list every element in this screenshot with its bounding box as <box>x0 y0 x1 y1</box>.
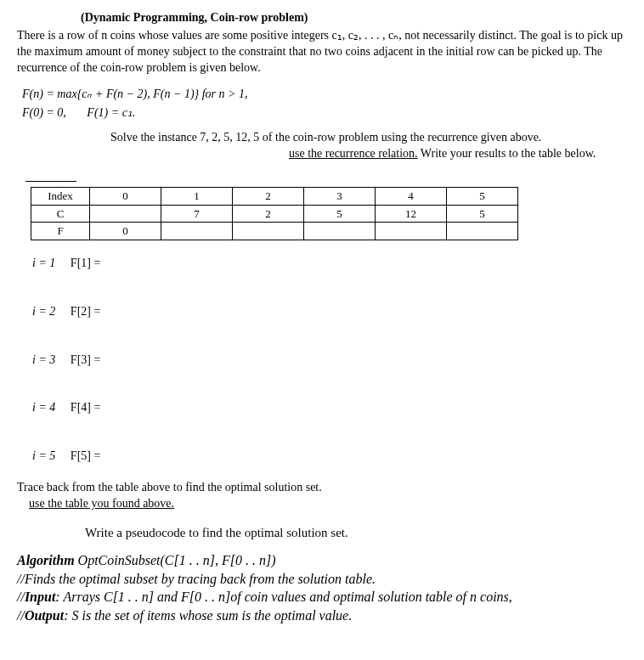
cell <box>447 223 518 240</box>
trace-instruction: Trace back from the table above to find … <box>17 480 627 496</box>
iteration-5: i = 5 F[5] = <box>32 448 627 465</box>
cell: 5 <box>304 205 376 223</box>
formula-base: F(0) = 0, F(1) = c₁. <box>22 105 627 121</box>
problem-description: There is a row of n coins whose values a… <box>17 28 627 76</box>
table-row-c: C 7 2 5 12 5 <box>31 205 518 223</box>
pseudocode-heading: Write a pseudocode to find the optimal s… <box>85 524 627 541</box>
iteration-4: i = 4 F[4] = <box>32 400 627 416</box>
cell <box>90 205 161 223</box>
solve-line1: Solve the instance 7, 2, 5, 12, 5 of the… <box>110 130 627 146</box>
row-label-index: Index <box>31 188 90 206</box>
cell <box>376 223 447 240</box>
table-row-index: Index 0 1 2 3 4 5 <box>31 188 518 206</box>
iteration-1: i = 1 F[1] = <box>32 256 627 272</box>
cell <box>233 223 304 240</box>
formula-main: F(n) = max{cₙ + F(n − 2), F(n − 1)} for … <box>22 87 627 103</box>
cell: 2 <box>233 205 304 223</box>
row-label-f: F <box>31 223 90 240</box>
cell <box>161 223 233 240</box>
algo-comment-desc: //Finds the optimal subset by tracing ba… <box>17 570 627 589</box>
title: (Dynamic Programming, Coin-row problem) <box>81 10 627 26</box>
table-row-f: F 0 <box>31 223 518 240</box>
algo-comment-output: //Output: S is the set of items whose su… <box>17 606 627 625</box>
recurrence-formulas: F(n) = max{cₙ + F(n − 2), F(n − 1)} for … <box>22 87 627 122</box>
dp-table: Index 0 1 2 3 4 5 C 7 2 5 12 5 F 0 <box>31 187 518 240</box>
iteration-2: i = 2 F[2] = <box>32 304 627 320</box>
cell: 0 <box>90 188 161 206</box>
cell: 4 <box>376 188 447 206</box>
algo-signature: Algorithm OptCoinSubset(C[1 . . n], F[0 … <box>17 551 627 570</box>
trace-sub-instruction: use the table you found above. <box>29 496 627 512</box>
solve-line2: use the recurrence relation. Write your … <box>289 146 627 162</box>
cell: 0 <box>90 223 161 240</box>
solve-instructions: Solve the instance 7, 2, 5, 12, 5 of the… <box>110 130 627 162</box>
cell <box>304 223 376 240</box>
cell: 5 <box>447 188 518 206</box>
cell: 12 <box>376 205 447 223</box>
cell: 1 <box>161 188 233 206</box>
cell: 7 <box>161 205 233 223</box>
algo-comment-input: //Input: Arrays C[1 . . n] and F[0 . . n… <box>17 588 627 606</box>
cell: 3 <box>304 188 376 206</box>
divider-line <box>25 181 76 182</box>
iteration-3: i = 3 F[3] = <box>32 353 627 369</box>
cell: 2 <box>233 188 304 206</box>
row-label-c: C <box>31 205 90 223</box>
algorithm-block: Algorithm OptCoinSubset(C[1 . . n], F[0 … <box>17 551 627 624</box>
cell: 5 <box>447 205 518 223</box>
